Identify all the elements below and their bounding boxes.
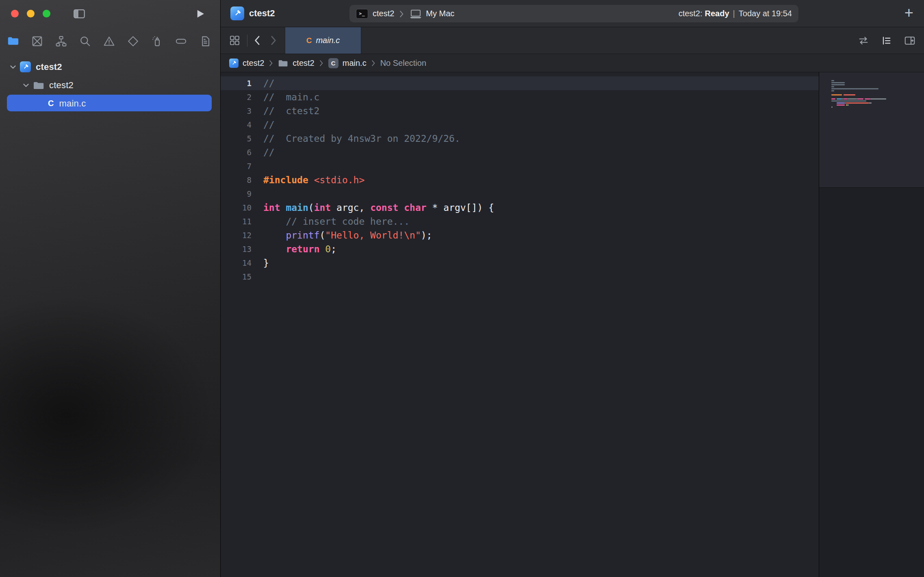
divider <box>247 35 247 47</box>
line-number[interactable]: 15 <box>221 272 252 281</box>
chevron-down-icon[interactable] <box>10 65 16 69</box>
source-control-navigator-icon[interactable] <box>30 35 43 48</box>
code-editor[interactable]: 1//2// main.c3// ctest24//5// Created by… <box>221 72 819 577</box>
symbol-navigator-icon[interactable] <box>54 35 67 48</box>
status-separator: | <box>733 9 735 18</box>
code-text: // ctest2 <box>263 106 319 116</box>
tree-item-group[interactable]: ctest2 <box>0 76 220 94</box>
code-text: #include <stdio.h> <box>263 175 364 185</box>
line-number[interactable]: 5 <box>221 134 252 143</box>
code-line[interactable]: 10int main(int argc, const char * argv[]… <box>221 201 819 215</box>
go-forward-icon[interactable] <box>270 35 277 46</box>
line-number[interactable]: 2 <box>221 93 252 102</box>
add-editor-icon[interactable] <box>904 35 916 47</box>
code-line[interactable]: 12 printf("Hello, World!\n"); <box>221 228 819 242</box>
code-text: // <box>263 119 275 130</box>
line-number[interactable]: 12 <box>221 231 252 240</box>
code-line[interactable]: 1// <box>221 76 819 90</box>
line-number[interactable]: 3 <box>221 106 252 115</box>
code-text: printf("Hello, World!\n"); <box>263 230 432 241</box>
zoom-button[interactable] <box>43 10 50 17</box>
jumpbar-selection[interactable]: No Selection <box>380 59 426 68</box>
code-text: // insert code here... <box>263 216 410 227</box>
scheme-status-bar[interactable]: >_ ctest2 My Mac ctest2: Ready | Today a… <box>349 5 798 22</box>
issue-navigator-icon[interactable] <box>103 35 116 48</box>
line-number[interactable]: 4 <box>221 120 252 129</box>
jumpbar-file[interactable]: main.c <box>343 59 367 68</box>
project-navigator-icon[interactable] <box>7 35 20 48</box>
build-status[interactable]: ctest2: Ready | Today at 19:54 <box>679 9 792 18</box>
jumpbar-project[interactable]: ctest2 <box>243 59 264 68</box>
status-state: Ready <box>705 9 729 18</box>
scheme-destination[interactable]: My Mac <box>426 9 454 18</box>
line-number[interactable]: 9 <box>221 189 252 198</box>
code-line[interactable]: 7 <box>221 159 819 173</box>
line-number[interactable]: 10 <box>221 203 252 212</box>
code-text: // main.c <box>263 92 319 102</box>
run-button[interactable] <box>194 8 206 22</box>
test-navigator-icon[interactable] <box>151 35 164 48</box>
traffic-lights <box>11 10 50 17</box>
find-navigator-icon[interactable] <box>78 35 91 48</box>
minimap-code <box>831 80 886 110</box>
line-number[interactable]: 8 <box>221 176 252 184</box>
code-line[interactable]: 5// Created by 4nsw3r on 2022/9/26. <box>221 132 819 145</box>
add-button[interactable]: + <box>904 5 913 20</box>
editor-tab-bar: C main.c <box>221 27 924 54</box>
minimap[interactable] <box>819 72 924 577</box>
code-line[interactable]: 8#include <stdio.h> <box>221 173 819 187</box>
jump-bar: ctest2 ctest2 C main.c No Selection <box>221 54 924 72</box>
line-number[interactable]: 6 <box>221 148 252 157</box>
code-line[interactable]: 3// ctest2 <box>221 104 819 118</box>
line-number[interactable]: 1 <box>221 79 252 88</box>
code-review-icon[interactable] <box>857 35 870 47</box>
toggle-sidebar-icon[interactable] <box>72 7 86 22</box>
jumpbar-group[interactable]: ctest2 <box>293 59 314 68</box>
minimize-button[interactable] <box>27 10 35 17</box>
code-line[interactable]: 14} <box>221 256 819 270</box>
code-text: // Created by 4nsw3r on 2022/9/26. <box>263 133 460 144</box>
navigator-tab-bar <box>0 28 220 54</box>
code-line[interactable]: 11 // insert code here... <box>221 215 819 228</box>
folder-icon <box>33 80 45 90</box>
line-number[interactable]: 14 <box>221 258 252 267</box>
code-line[interactable]: 4// <box>221 118 819 132</box>
line-number[interactable]: 13 <box>221 245 252 254</box>
tab-label: main.c <box>316 36 340 45</box>
breakpoint-navigator-icon[interactable] <box>127 35 140 48</box>
code-line[interactable]: 15 <box>221 270 819 284</box>
go-back-icon[interactable] <box>254 35 261 46</box>
xcode-app-icon <box>230 7 244 20</box>
line-number[interactable]: 11 <box>221 217 252 226</box>
code-line[interactable]: 2// main.c <box>221 90 819 104</box>
main-area: ctest2 >_ ctest2 My Mac ctest2: Ready | … <box>221 0 924 577</box>
tab-overview-icon[interactable] <box>229 35 241 46</box>
line-number[interactable]: 7 <box>221 162 252 171</box>
laptop-icon <box>409 9 422 19</box>
xcode-project-icon <box>229 59 239 68</box>
chevron-down-icon[interactable] <box>23 83 29 87</box>
tree-item-label: ctest2 <box>49 80 74 91</box>
tab-main-c[interactable]: C main.c <box>285 27 361 54</box>
window-title: ctest2 <box>249 8 275 19</box>
tree-item-file-selected[interactable]: C main.c <box>0 94 220 113</box>
scheme-target[interactable]: ctest2 <box>373 9 394 18</box>
code-text: return 0; <box>263 244 336 254</box>
file-tree: ctest2 ctest2 C main.c <box>0 54 220 113</box>
debug-navigator-icon[interactable] <box>175 35 188 48</box>
close-button[interactable] <box>11 10 19 17</box>
code-line[interactable]: 9 <box>221 187 819 201</box>
window-titlebar <box>0 0 220 28</box>
code-text: // <box>263 147 275 158</box>
tree-item-project[interactable]: ctest2 <box>0 58 220 76</box>
editor-options-icon[interactable] <box>881 35 893 47</box>
code-line[interactable]: 13 return 0; <box>221 242 819 256</box>
code-line[interactable]: 6// <box>221 145 819 159</box>
terminal-scheme-icon: >_ <box>356 9 368 19</box>
toolbar: ctest2 >_ ctest2 My Mac ctest2: Ready | … <box>221 0 924 27</box>
status-project: ctest2: <box>679 9 703 18</box>
chevron-right-icon <box>319 60 323 67</box>
chevron-right-icon <box>269 60 273 67</box>
report-navigator-icon[interactable] <box>199 35 212 48</box>
code-text: int main(int argc, const char * argv[]) … <box>263 202 494 213</box>
